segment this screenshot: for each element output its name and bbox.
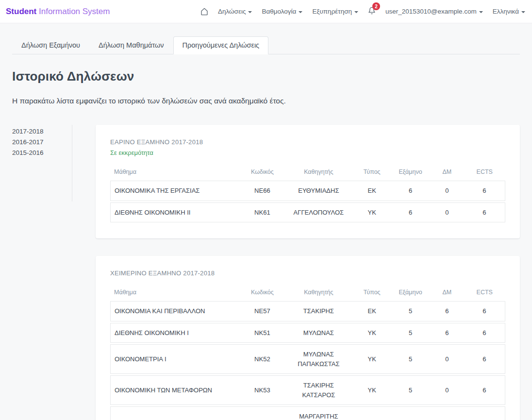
home-icon bbox=[200, 8, 208, 16]
teacher-cell: ΜΥΛΩΝΑΣ ΠΑΠΑΚΩΣΤΑΣ bbox=[284, 344, 353, 374]
teacher-cell: ΕΥΘΥΜΙΑΔΗΣ bbox=[284, 181, 353, 201]
semester-card: ΕΑΡΙΝΟ ΕΞΑΜΗΝΟ 2017-2018 Σε εκκρεμότητα … bbox=[96, 125, 520, 238]
semester-card-title: ΕΑΡΙΝΟ ΕΞΑΜΗΝΟ 2017-2018 bbox=[110, 138, 505, 146]
courses-table: ΜάθημαΚωδικόςΚαθηγητήςΤύποςΕξάμηνοΔΜECTS… bbox=[110, 284, 505, 420]
table-row: ΔΙΕΘΝΗΣ ΟΙΚΟΝΟΜΙΚΗ ΙNK51ΜΥΛΩΝΑΣΥΚ566 bbox=[110, 323, 505, 343]
column-header: ECTS bbox=[464, 165, 505, 179]
chevron-down-icon bbox=[248, 11, 252, 13]
type-cell: ΥΚ bbox=[353, 406, 391, 420]
column-header: Μάθημα bbox=[110, 285, 241, 300]
teacher-cell: ΜΥΛΩΝΑΣ bbox=[284, 323, 353, 343]
ects-cell: 6 bbox=[464, 301, 505, 321]
type-cell: ΥΚ bbox=[353, 375, 391, 405]
semester-cell: 5 bbox=[391, 375, 430, 405]
nav-services-label: Εξυπηρέτηση bbox=[312, 8, 352, 15]
ects-cell: 6 bbox=[464, 181, 505, 201]
column-header: ΔΜ bbox=[430, 285, 464, 300]
user-email: user_20153010@example.com bbox=[385, 8, 477, 15]
courses-table: ΜάθημαΚωδικόςΚαθηγητήςΤύποςΕξάμηνοΔΜECTS… bbox=[110, 163, 505, 224]
semester-cell: 6 bbox=[391, 202, 430, 223]
tab-bar: Δήλωση Εξαμήνου Δήλωση Μαθημάτων Προηγού… bbox=[12, 36, 520, 54]
language-menu[interactable]: Ελληνικά bbox=[493, 8, 525, 15]
column-header: Εξάμηνο bbox=[391, 165, 430, 179]
table-row: ΟΙΚΟΝΟΜΙΑ ΚΑΙ ΠΕΡΙΒΑΛΛΟΝNE57ΤΣΑΚΙΡΗΣΕΚ56… bbox=[110, 301, 505, 321]
column-header: Κωδικός bbox=[241, 285, 284, 300]
page-description: Η παρακάτω λίστα εμφανίζει το ιστορικό τ… bbox=[12, 97, 520, 105]
type-cell: ΥΚ bbox=[353, 202, 391, 223]
column-header: Καθηγητής bbox=[284, 285, 353, 300]
nav-grades-label: Βαθμολογία bbox=[262, 8, 296, 15]
table-row: ΔΙΕΘΝΗΣ ΟΙΚΟΝΟΜΙΚΗ ΙΙNK61ΑΓΓΕΛΟΠΟΥΛΟΣΥΚ6… bbox=[110, 202, 505, 223]
tab-semester-declaration[interactable]: Δήλωση Εξαμήνου bbox=[12, 36, 89, 54]
semester-cell: 5 bbox=[391, 344, 430, 374]
table-row: ΟΙΚΟΝΟΜΙΚΗ ΤΩΝ ΜΕΤΑΦΟΡΩΝNK53ΤΣΑΚΙΡΗΣ ΚΑΤ… bbox=[110, 375, 505, 405]
column-header: Τύπος bbox=[353, 165, 391, 179]
code-cell: NK61 bbox=[241, 202, 284, 223]
home-link[interactable] bbox=[200, 8, 208, 16]
navbar: Student Information System Δηλώσεις Βαθμ… bbox=[0, 0, 532, 23]
navbar-menu: Δηλώσεις Βαθμολογία Εξυπηρέτηση 2 user_2… bbox=[200, 7, 525, 16]
course-cell: ΔΙΕΘΝΗΣ ΟΙΚΟΝΟΜΙΚΗ ΙΙ bbox=[110, 202, 241, 223]
tab-course-declaration[interactable]: Δήλωση Μαθημάτων bbox=[89, 36, 173, 54]
column-header: Καθηγητής bbox=[284, 165, 353, 179]
nav-grades-menu[interactable]: Βαθμολογία bbox=[262, 8, 302, 15]
brand-primary: Student bbox=[6, 7, 36, 16]
column-header: Κωδικός bbox=[241, 165, 284, 179]
nav-services-menu[interactable]: Εξυπηρέτηση bbox=[312, 8, 358, 15]
language-label: Ελληνικά bbox=[493, 8, 519, 15]
column-header: Μάθημα bbox=[110, 165, 241, 179]
credits-cell: 0 bbox=[430, 181, 464, 201]
course-cell: ΔΙΕΘΝΗΣ ΟΙΚΟΝΟΜΙΚΗ Ι bbox=[110, 323, 241, 343]
chevron-down-icon bbox=[299, 11, 302, 13]
ects-cell: 6 bbox=[464, 375, 505, 405]
course-cell: ΟΙΚΟΝΟΜΕΤΡΙΑ Ι bbox=[110, 344, 241, 374]
semester-cell: 6 bbox=[391, 181, 430, 201]
table-header-row: ΜάθημαΚωδικόςΚαθηγητήςΤύποςΕξάμηνοΔΜECTS bbox=[110, 165, 505, 179]
app-brand[interactable]: Student Information System bbox=[6, 7, 110, 17]
ects-cell: 6 bbox=[464, 406, 505, 420]
column-header: ΔΜ bbox=[430, 165, 464, 179]
main-content: Δήλωση Εξαμήνου Δήλωση Μαθημάτων Προηγού… bbox=[0, 23, 532, 420]
course-cell: ΟΙΚΟΝΟΜΙΚΑ ΤΗΣ ΕΡΓΑΣΙΑΣ bbox=[110, 181, 241, 201]
page-title: Ιστορικό Δηλώσεων bbox=[12, 69, 520, 84]
credits-cell: 0 bbox=[430, 375, 464, 405]
table-header-row: ΜάθημαΚωδικόςΚαθηγητήςΤύποςΕξάμηνοΔΜECTS bbox=[110, 285, 505, 300]
column-header: ECTS bbox=[464, 285, 505, 300]
history-section: 2017-20182016-20172015-2016 ΕΑΡΙΝΟ ΕΞΑΜΗ… bbox=[12, 125, 520, 420]
semester-cell: 5 bbox=[391, 323, 430, 343]
ects-cell: 6 bbox=[464, 202, 505, 223]
code-cell: NE57 bbox=[241, 301, 284, 321]
column-header: Τύπος bbox=[353, 285, 391, 300]
credits-cell: 0 bbox=[430, 202, 464, 223]
semester-cell: 5 bbox=[391, 301, 430, 321]
course-cell: ΟΙΚΟΝΟΜΙΑ ΚΑΙ ΠΕΡΙΒΑΛΛΟΝ bbox=[110, 301, 241, 321]
notifications-button[interactable]: 2 bbox=[368, 7, 376, 16]
code-cell: NE66 bbox=[241, 181, 284, 201]
ects-cell: 6 bbox=[464, 323, 505, 343]
nav-declarations-label: Δηλώσεις bbox=[218, 8, 246, 15]
credits-cell: 0 bbox=[430, 344, 464, 374]
table-row: ΟΙΚΟΝΟΜΕΤΡΙΑ ΙNK52ΜΥΛΩΝΑΣ ΠΑΠΑΚΩΣΤΑΣΥΚ50… bbox=[110, 344, 505, 374]
credits-cell: 6 bbox=[430, 301, 464, 321]
brand-secondary: Information System bbox=[39, 7, 110, 16]
column-header: Εξάμηνο bbox=[391, 285, 430, 300]
year-column: 2017-20182016-20172015-2016 bbox=[12, 125, 72, 202]
user-menu[interactable]: user_20153010@example.com bbox=[385, 8, 483, 15]
cards: ΕΑΡΙΝΟ ΕΞΑΜΗΝΟ 2017-2018 Σε εκκρεμότητα … bbox=[96, 125, 520, 420]
tab-previous-declarations[interactable]: Προηγούμενες Δηλώσεις bbox=[173, 36, 269, 54]
year-list-item[interactable]: 2016-2017 bbox=[12, 136, 72, 147]
year-list-item[interactable]: 2017-2018 bbox=[12, 126, 72, 136]
course-cell: ΔΙΑΧΕΙΡΙΣΗ ΑΝΘΡΩΠΙΝΩΝ ΠΟΡΩΝ bbox=[110, 406, 241, 420]
code-cell: NK53 bbox=[241, 375, 284, 405]
teacher-cell: ΤΣΑΚΙΡΗΣ ΚΑΤΣΑΡΟΣ bbox=[284, 375, 353, 405]
year-list-item[interactable]: 2015-2016 bbox=[12, 147, 72, 158]
course-cell: ΟΙΚΟΝΟΜΙΚΗ ΤΩΝ ΜΕΤΑΦΟΡΩΝ bbox=[110, 375, 241, 405]
code-cell: NK54B bbox=[241, 406, 284, 420]
table-row: ΟΙΚΟΝΟΜΙΚΑ ΤΗΣ ΕΡΓΑΣΙΑΣNE66ΕΥΘΥΜΙΑΔΗΣΕΚ6… bbox=[110, 181, 505, 201]
chevron-down-icon bbox=[521, 11, 525, 13]
table-row: ΔΙΑΧΕΙΡΙΣΗ ΑΝΘΡΩΠΙΝΩΝ ΠΟΡΩΝNK54BΜΑΡΓΑΡΙΤ… bbox=[110, 406, 505, 420]
semester-card-title: ΧΕΙΜΕΡΙΝΟ ΕΞΑΜΗΝΟ 2017-2018 bbox=[110, 269, 505, 277]
code-cell: NK51 bbox=[241, 323, 284, 343]
type-cell: ΥΚ bbox=[353, 344, 391, 374]
nav-declarations-menu[interactable]: Δηλώσεις bbox=[218, 8, 252, 15]
